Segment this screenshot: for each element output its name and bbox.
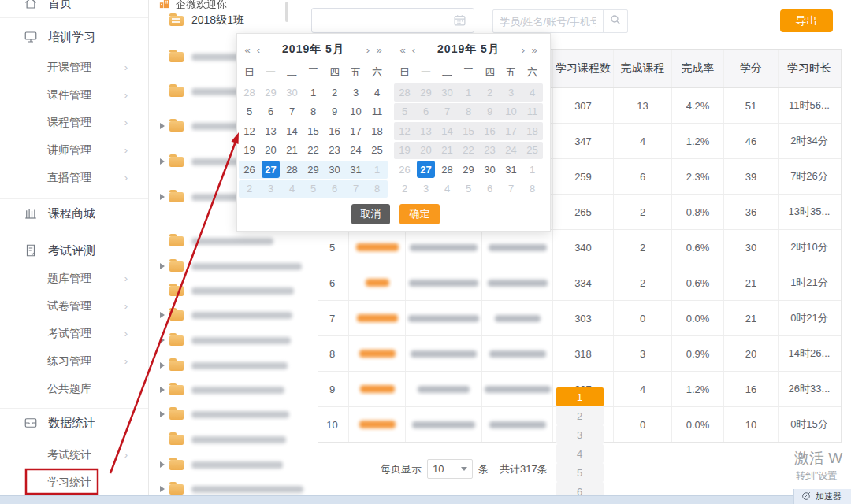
- calendar-day[interactable]: 9: [324, 102, 345, 122]
- expand-triangle-icon[interactable]: [160, 123, 165, 129]
- calendar-day[interactable]: 15: [303, 121, 324, 141]
- next-month-icon[interactable]: ›: [518, 44, 529, 56]
- calendar-day[interactable]: 25: [522, 141, 543, 161]
- tree-item-blurred[interactable]: [160, 457, 283, 472]
- calendar-day[interactable]: 30: [324, 160, 345, 180]
- calendar-day[interactable]: 17: [500, 121, 522, 141]
- calendar-day[interactable]: 4: [281, 180, 303, 199]
- expand-triangle-icon[interactable]: [160, 263, 165, 269]
- calendar-day[interactable]: 17: [345, 121, 366, 141]
- per-page-select[interactable]: 10: [427, 459, 473, 479]
- search-input[interactable]: [493, 10, 603, 32]
- calendar-day[interactable]: 6: [260, 102, 281, 122]
- export-button[interactable]: 导出: [780, 9, 833, 32]
- sidebar-item-lecturer[interactable]: 讲师管理›: [0, 136, 148, 164]
- calendar-day[interactable]: 7: [281, 102, 303, 122]
- expand-triangle-icon[interactable]: [160, 194, 165, 200]
- calendar-day[interactable]: 4: [522, 83, 543, 102]
- tree-item-blurred[interactable]: [160, 233, 273, 249]
- calendar-day-selected[interactable]: 27: [415, 160, 437, 180]
- prev-year-icon[interactable]: «: [242, 44, 253, 56]
- calendar-day[interactable]: 20: [415, 141, 437, 161]
- calendar-day-selected[interactable]: 27: [260, 160, 281, 180]
- calendar-day[interactable]: 13: [260, 121, 281, 141]
- prev-month-icon[interactable]: ‹: [253, 44, 264, 56]
- sidebar-item-question-bank[interactable]: 题库管理›: [0, 265, 148, 292]
- calendar-day[interactable]: 18: [366, 121, 388, 141]
- calendar-day[interactable]: 14: [437, 121, 458, 141]
- tree-item-blurred[interactable]: [160, 481, 303, 497]
- calendar-day[interactable]: 28: [239, 83, 260, 102]
- student-name-link[interactable]: [348, 301, 405, 335]
- cancel-button[interactable]: 取消: [351, 204, 390, 224]
- prev-month-icon[interactable]: ‹: [408, 44, 419, 56]
- org-root[interactable]: 企微欢迎你: [158, 0, 227, 12]
- page-button-5[interactable]: 5: [556, 463, 604, 482]
- prev-year-icon[interactable]: «: [397, 44, 408, 56]
- calendar-day[interactable]: 2: [394, 180, 415, 199]
- sidebar-item-course-mgmt[interactable]: 课程管理›: [0, 109, 148, 136]
- sidebar-item-practice-mgmt[interactable]: 练习管理›: [0, 347, 148, 375]
- sidebar-item-course-mall[interactable]: 课程商城: [0, 199, 148, 228]
- sidebar-item-study-stats[interactable]: 学习统计: [0, 469, 148, 496]
- calendar-day[interactable]: 4: [366, 83, 388, 102]
- calendar-day[interactable]: 5: [303, 180, 324, 199]
- expand-triangle-icon[interactable]: [160, 486, 165, 492]
- calendar-day[interactable]: 28: [394, 83, 415, 102]
- calendar-day[interactable]: 31: [345, 160, 366, 180]
- calendar-day[interactable]: 30: [437, 83, 458, 102]
- tree-scrollbar[interactable]: [285, 2, 288, 22]
- calendar-day[interactable]: 8: [458, 102, 479, 122]
- sidebar-item-exam-eval[interactable]: 考试评测: [0, 236, 148, 265]
- tree-item-blurred[interactable]: [160, 432, 286, 447]
- calendar-day[interactable]: 24: [345, 141, 366, 161]
- calendar-day[interactable]: 16: [324, 121, 345, 141]
- calendar-day[interactable]: 25: [366, 141, 388, 161]
- calendar-day[interactable]: 8: [366, 180, 388, 199]
- calendar-day[interactable]: 6: [415, 102, 437, 122]
- next-year-icon[interactable]: »: [529, 44, 540, 56]
- calendar-day[interactable]: 3: [415, 180, 437, 199]
- calendar-day[interactable]: 7: [437, 102, 458, 122]
- next-year-icon[interactable]: »: [373, 44, 385, 56]
- calendar-day[interactable]: 1: [366, 160, 388, 180]
- sidebar-item-courseware[interactable]: 课件管理›: [0, 81, 148, 109]
- calendar-day[interactable]: 8: [522, 180, 543, 199]
- calendar-day[interactable]: 4: [437, 180, 458, 199]
- calendar-day[interactable]: 10: [345, 102, 366, 122]
- student-name-link[interactable]: [348, 336, 405, 371]
- calendar-day[interactable]: 2: [239, 180, 260, 199]
- calendar-day[interactable]: 19: [239, 141, 260, 161]
- calendar-day[interactable]: 3: [260, 180, 281, 199]
- sidebar-item-course-open[interactable]: 开课管理›: [0, 54, 148, 81]
- calendar-day[interactable]: 31: [500, 160, 522, 180]
- calendar-day[interactable]: 16: [479, 121, 500, 141]
- expand-triangle-icon[interactable]: [160, 411, 165, 417]
- next-month-icon[interactable]: ›: [362, 44, 373, 56]
- sidebar-item-data-stats[interactable]: 数据统计: [0, 409, 148, 437]
- calendar-day[interactable]: 7: [500, 180, 522, 199]
- calendar-day[interactable]: 29: [303, 160, 324, 180]
- sidebar-item-exam-mgmt[interactable]: 考试管理›: [0, 320, 148, 347]
- calendar-day[interactable]: 15: [458, 121, 479, 141]
- expand-triangle-icon[interactable]: [160, 362, 165, 369]
- sidebar-item-exam-stats[interactable]: 考试统计›: [0, 441, 148, 469]
- calendar-day[interactable]: 5: [394, 102, 415, 122]
- search-button[interactable]: [603, 10, 627, 32]
- tree-item-class[interactable]: 2018级1班: [160, 13, 244, 28]
- calendar-day[interactable]: 29: [415, 83, 437, 102]
- calendar-day[interactable]: 30: [479, 160, 500, 180]
- expand-triangle-icon[interactable]: [160, 158, 165, 165]
- page-button-3[interactable]: 3: [556, 425, 604, 444]
- calendar-day[interactable]: 28: [281, 160, 303, 180]
- calendar-day[interactable]: 6: [479, 180, 500, 199]
- confirm-button[interactable]: 确定: [399, 204, 440, 224]
- tree-item-blurred[interactable]: [160, 258, 302, 274]
- sidebar-item-public-bank[interactable]: 公共题库: [0, 375, 148, 402]
- page-button-2[interactable]: 2: [556, 406, 604, 425]
- calendar-day[interactable]: 20: [260, 141, 281, 161]
- calendar-day[interactable]: 3: [345, 83, 366, 102]
- expand-triangle-icon[interactable]: [160, 312, 165, 318]
- tree-item-blurred[interactable]: [160, 332, 291, 348]
- student-name-link[interactable]: [348, 230, 405, 265]
